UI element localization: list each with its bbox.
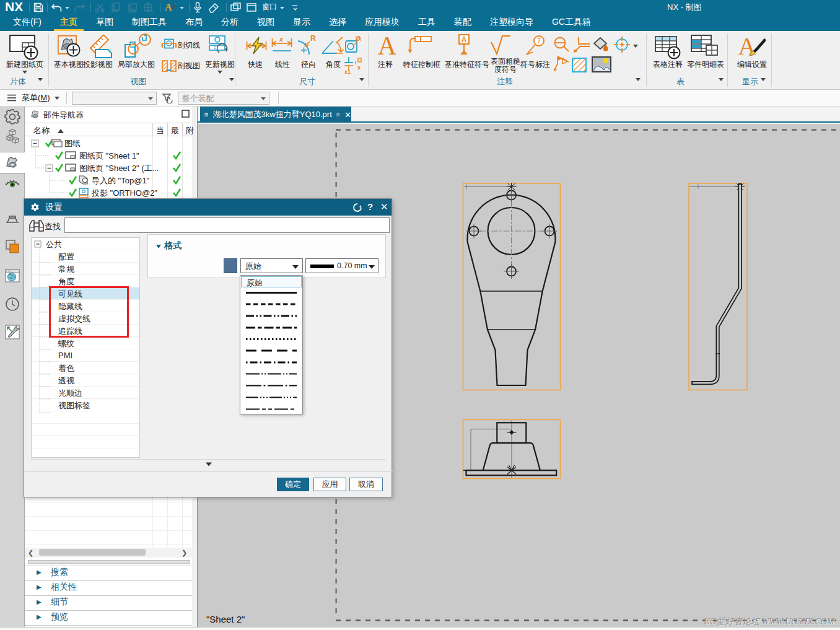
svg-text:R: R bbox=[310, 35, 316, 43]
svg-text:"Sheet 2": "Sheet 2" bbox=[206, 614, 245, 624]
svg-text:A: A bbox=[738, 33, 756, 60]
svg-text:x: x bbox=[279, 37, 284, 43]
svg-text:7: 7 bbox=[537, 37, 541, 45]
svg-text:x: x bbox=[357, 64, 361, 71]
svg-text:UG爱好者论坛 WWW.UGSNX.COM: UG爱好者论坛 WWW.UGSNX.COM bbox=[704, 617, 835, 626]
svg-text:A: A bbox=[462, 35, 467, 44]
svg-text:x1: x1 bbox=[344, 69, 351, 74]
svg-text:I: I bbox=[355, 59, 357, 66]
svg-text:I: I bbox=[360, 36, 362, 42]
svg-text:A: A bbox=[165, 2, 172, 12]
svg-text:A: A bbox=[378, 33, 397, 59]
